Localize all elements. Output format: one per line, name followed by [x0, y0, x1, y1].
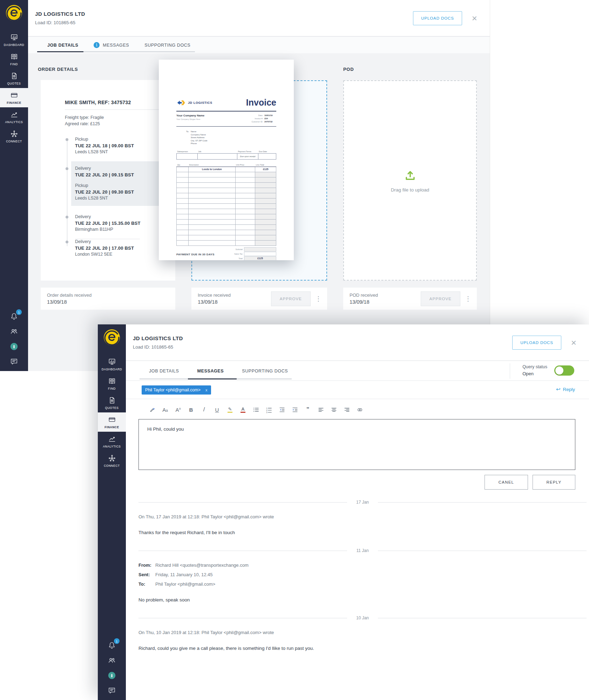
divider — [510, 363, 510, 379]
window-header: JD LOGISTICS LTD Load ID: 101865-65 UPLO… — [28, 0, 490, 36]
invoice-to-label: To: — [186, 130, 189, 145]
text-color-icon[interactable]: A — [239, 405, 247, 414]
sidebar-nav: DASHBOARDFINDQUOTESFINANCEANALYTICSCONNE… — [98, 355, 126, 470]
timeline-dot — [66, 138, 68, 141]
numbered-list-icon[interactable]: 123 — [265, 405, 273, 414]
sidebar-item-connect[interactable]: CONNECT — [0, 127, 28, 146]
notifications-icon[interactable]: 1 — [107, 641, 116, 650]
highlight-icon[interactable]: ✎ — [226, 405, 234, 414]
tab-supporting-docs[interactable]: SUPPORTING DOCS — [144, 43, 190, 48]
align-center-icon[interactable] — [330, 405, 338, 414]
sidebar-item-analytics[interactable]: ANALYTICS — [0, 107, 28, 127]
svg-text:2: 2 — [266, 409, 267, 411]
underline-icon[interactable]: U — [213, 405, 221, 414]
format-painter-icon[interactable] — [148, 405, 156, 414]
bold-icon[interactable]: B — [187, 405, 195, 414]
bullet-list-icon[interactable] — [252, 405, 260, 414]
notification-badge: 1 — [114, 638, 120, 644]
sidebar-item-finance[interactable]: FINANCE — [98, 412, 126, 432]
svg-text:1: 1 — [266, 407, 267, 409]
upload-docs-button[interactable]: UPLOAD DOCS — [413, 11, 462, 25]
tab-job-details[interactable]: JOB DETAILS — [47, 43, 78, 48]
font-size-icon[interactable]: Ao — [174, 405, 182, 414]
tab-messages[interactable]: 1 MESSAGES — [94, 42, 129, 48]
kebab-menu-icon[interactable]: ⋮ — [315, 296, 321, 302]
sidebar-item-finance[interactable]: FINANCE — [0, 88, 28, 107]
tab-supporting-docs[interactable]: SUPPORTING DOCS — [242, 369, 288, 373]
sidebar-item-quotes[interactable]: QUOTES — [98, 393, 126, 412]
pod-dropzone[interactable]: Drag file to upload — [343, 80, 477, 281]
close-icon[interactable]: × — [571, 338, 576, 347]
tab-active-indicator — [188, 378, 237, 379]
approve-pod-button[interactable]: APPROVE — [421, 291, 460, 306]
tab-label: JOB DETAILS — [47, 43, 78, 48]
sidebar-item-dashboard[interactable]: DASHBOARD — [98, 355, 126, 374]
message-editor[interactable]: Hi Phil, could you — [138, 419, 575, 470]
avatar[interactable] — [107, 671, 116, 680]
kebab-menu-icon[interactable]: ⋮ — [465, 296, 471, 302]
sidebar-item-find[interactable]: FIND — [0, 49, 28, 69]
avatar[interactable] — [9, 342, 19, 351]
message-meta: On Thu, 10 Jan 2019 at 12:18: Phil Taylo… — [138, 630, 587, 635]
chat-icon[interactable] — [107, 686, 116, 695]
pod-heading: POD — [343, 67, 354, 72]
agreed-rate: Agreed rate: £125 — [65, 121, 162, 127]
contacts-icon[interactable] — [107, 656, 116, 665]
notifications-icon[interactable]: 1 — [9, 312, 19, 321]
message-body: Thanks for the request Richard, I'll be … — [138, 530, 587, 535]
tabbar: JOB DETAILS MESSAGES SUPPORTING DOCS Que… — [126, 361, 589, 381]
date-divider: 10 Jan — [138, 615, 587, 620]
sidebar-item-connect[interactable]: CONNECT — [98, 451, 126, 470]
upload-icon — [403, 169, 417, 183]
invoice-status-bar: Invoice received 13/09/18 APPROVE ⋮ — [191, 288, 327, 310]
tab-label: JOB DETAILS — [149, 369, 179, 373]
invoice-company: JD LOGISTICS — [188, 101, 212, 105]
connect-icon — [10, 130, 18, 138]
query-status-label: Query status — [522, 364, 547, 369]
recipient-chip[interactable]: Phil Taylor <phil@gmail.com> x — [142, 385, 211, 395]
align-left-icon[interactable] — [317, 405, 325, 414]
reply-link[interactable]: ↩ Reply — [556, 386, 575, 392]
divider — [176, 111, 276, 112]
order-status-bar: Order details received 13/09/18 — [41, 288, 175, 310]
link-icon[interactable] — [356, 405, 364, 414]
contacts-icon[interactable] — [9, 327, 19, 336]
chat-icon[interactable] — [9, 357, 19, 366]
sidebar-item-quotes[interactable]: QUOTES — [0, 69, 28, 88]
jd-logistics-logo-icon — [176, 99, 186, 106]
upload-docs-button[interactable]: UPLOAD DOCS — [512, 336, 561, 350]
indent-icon[interactable] — [291, 405, 299, 414]
message-meta: On Thu, 17 Jan 2019 at 12:18: Phil Taylo… — [138, 514, 587, 519]
italic-icon[interactable]: / — [200, 405, 208, 414]
remove-recipient-icon[interactable]: x — [205, 388, 208, 392]
status-date: 13/09/18 — [198, 299, 231, 305]
tab-messages[interactable]: MESSAGES — [197, 369, 224, 373]
tab-job-details[interactable]: JOB DETAILS — [149, 369, 179, 373]
sidebar-item-analytics[interactable]: ANALYTICS — [98, 432, 126, 451]
blockquote-icon[interactable]: ” — [304, 405, 312, 414]
timeline-entry: DeliveryTUE 22 JUL 20 | 15.35.00 BSTBirm… — [66, 214, 162, 232]
status-date: 13/09/18 — [350, 299, 378, 305]
approve-invoice-button[interactable]: APPROVE — [271, 291, 311, 306]
sidebar-item-dashboard[interactable]: DASHBOARD — [0, 30, 28, 49]
toggle-knob — [555, 366, 563, 375]
find-icon — [10, 53, 18, 61]
app-logo-icon[interactable] — [5, 4, 23, 22]
font-family-icon[interactable]: Aa — [161, 405, 169, 414]
query-status-toggle[interactable] — [554, 365, 574, 376]
analytics-icon — [108, 435, 116, 443]
outdent-icon[interactable] — [278, 405, 286, 414]
sidebar-item-find[interactable]: FIND — [98, 374, 126, 393]
divider — [176, 126, 276, 127]
reply-button[interactable]: REPLY — [533, 475, 575, 490]
align-right-icon[interactable] — [343, 405, 351, 414]
app-logo-icon[interactable] — [103, 329, 121, 346]
invoice-from-slogan: Your Company Slogan Here — [176, 118, 204, 120]
page-title: JD LOGISTICS LTD — [133, 335, 512, 341]
message-body: No problem, speak soon — [138, 597, 587, 603]
cancel-button[interactable]: CANEL — [485, 475, 528, 490]
close-icon[interactable]: × — [472, 14, 477, 23]
query-status-value: Open — [522, 371, 547, 376]
invoice-document-preview[interactable]: JD LOGISTICS Invoice Your Company Name Y… — [159, 60, 294, 260]
invoice-footer-note: PAYMENT DUE IN 30 DAYS — [176, 253, 215, 261]
